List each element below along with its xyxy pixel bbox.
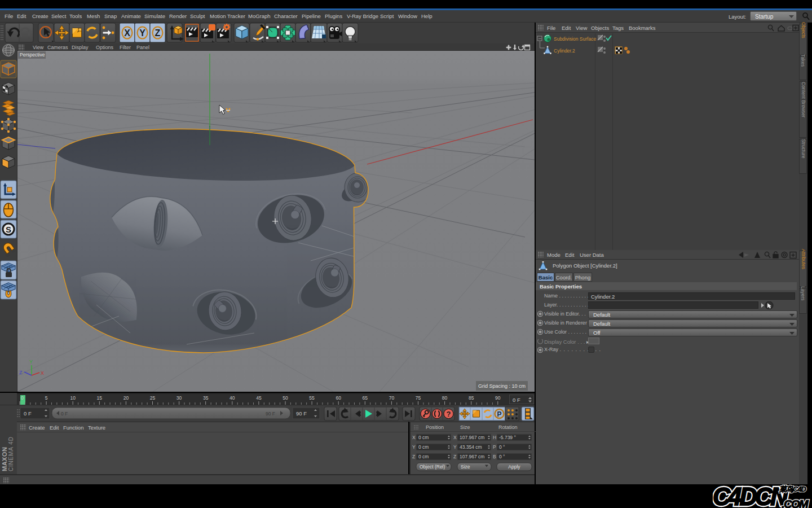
svg-text:X: X (41, 370, 44, 376)
svg-text:Y: Y (139, 28, 145, 38)
svg-text:?: ? (447, 410, 451, 418)
svg-text:B: B (493, 454, 496, 459)
svg-text:0 °: 0 ° (499, 454, 505, 459)
svg-text:Rotation: Rotation (498, 424, 518, 430)
svg-text:Y: Y (29, 359, 33, 365)
svg-text:70: 70 (389, 395, 395, 401)
svg-text:107.967 cm: 107.967 cm (460, 454, 484, 459)
svg-text:15: 15 (97, 395, 103, 401)
svg-text:X: X (453, 435, 457, 440)
svg-text:P: P (497, 410, 501, 418)
svg-text:S: S (6, 225, 11, 234)
svg-text:Z: Z (453, 454, 456, 459)
svg-text:Subdivision Surface: Subdivision Surface (554, 36, 596, 42)
svg-text:X: X (124, 28, 130, 38)
svg-text:0: 0 (21, 395, 24, 401)
svg-text:C4DCN: C4DCN (713, 483, 789, 508)
svg-text:45: 45 (256, 395, 262, 401)
svg-text:25: 25 (150, 395, 156, 401)
svg-text:P: P (493, 444, 496, 450)
svg-text:90 F: 90 F (266, 411, 275, 417)
svg-text:Size: Size (461, 464, 470, 470)
svg-text:60: 60 (336, 395, 341, 401)
svg-text:85: 85 (469, 395, 474, 401)
svg-text:Z: Z (19, 370, 23, 375)
svg-text:Grid Spacing : 10 cm: Grid Spacing : 10 cm (478, 383, 526, 389)
svg-text:107.967 cm: 107.967 cm (460, 435, 484, 440)
svg-text:Z: Z (412, 454, 415, 459)
svg-text:H: H (493, 435, 496, 440)
svg-text:Y: Y (412, 444, 416, 450)
svg-text:5: 5 (45, 395, 48, 401)
svg-text:Object (Rel): Object (Rel) (420, 464, 445, 470)
svg-text:0 cm: 0 cm (418, 435, 429, 440)
svg-text:Position: Position (426, 424, 444, 430)
svg-text:-5.739 °: -5.739 ° (499, 435, 516, 440)
svg-text:Apply: Apply (508, 464, 520, 470)
svg-text:X: X (412, 435, 416, 440)
svg-text:80: 80 (442, 395, 448, 401)
svg-text:Size: Size (460, 424, 470, 430)
svg-text:43.354 cm: 43.354 cm (460, 444, 482, 450)
svg-text:65: 65 (363, 395, 368, 401)
svg-text:Z: Z (155, 28, 161, 38)
svg-text:0 °: 0 ° (499, 444, 505, 450)
svg-text:Y: Y (453, 444, 457, 450)
svg-text:0 cm: 0 cm (418, 454, 429, 459)
svg-text:0 F: 0 F (61, 411, 68, 417)
svg-text:50: 50 (283, 395, 288, 401)
svg-text:0 cm: 0 cm (418, 444, 429, 450)
svg-text:菜鸟C4D: 菜鸟C4D (779, 485, 807, 493)
svg-text:20: 20 (123, 395, 129, 401)
svg-text:0 F: 0 F (24, 410, 32, 417)
svg-text:90 F: 90 F (296, 410, 307, 417)
svg-text:40: 40 (230, 395, 235, 401)
svg-text:75: 75 (416, 395, 421, 401)
svg-text:90: 90 (495, 395, 501, 401)
svg-text:55: 55 (309, 395, 315, 401)
svg-text:30: 30 (176, 395, 182, 401)
svg-text:35: 35 (203, 395, 209, 401)
svg-text:10: 10 (70, 395, 76, 401)
svg-text:Cylinder.2: Cylinder.2 (554, 48, 575, 54)
svg-text:.COM: .COM (782, 498, 809, 508)
